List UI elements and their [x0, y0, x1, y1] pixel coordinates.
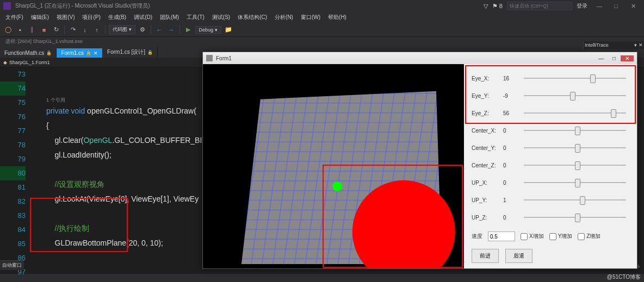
- class-name: SharpGL_1.Form1: [9, 60, 50, 65]
- auto-window-tab[interactable]: 自动窗口: [0, 260, 24, 270]
- slider-thumb[interactable]: [570, 92, 575, 101]
- form1-window: Form1 — □ ✕ Eye_X:16Eye_Y:-9Eye_Z:56Cent…: [202, 52, 637, 269]
- tool-icon[interactable]: ⚙: [138, 25, 147, 35]
- menu-project[interactable]: 项目(P): [79, 12, 103, 22]
- slider-thumb[interactable]: [590, 74, 596, 83]
- nav-back-icon[interactable]: ◯: [3, 25, 13, 35]
- slider-thumb[interactable]: [580, 196, 585, 205]
- backward-button[interactable]: 后退: [505, 249, 532, 263]
- lock-icon: 🔒: [46, 51, 52, 55]
- slider-label: UP_X:: [472, 180, 499, 186]
- slider-upx: UP_X:0: [472, 174, 629, 191]
- line-gutter: 73 74 75 76 77 78 79 80 81 82 83 84 85 8…: [0, 67, 30, 274]
- lock-icon: 🔒: [86, 51, 91, 55]
- menu-build[interactable]: 生成(B): [105, 12, 129, 22]
- slider-value: 0: [503, 180, 516, 186]
- slider-track[interactable]: [524, 147, 626, 148]
- slider-upz: UP_Z:0: [472, 209, 629, 226]
- watermark: @51CTO博客: [607, 273, 641, 281]
- login-link[interactable]: 登录: [577, 2, 587, 10]
- slider-value: 0: [503, 145, 516, 151]
- menu-view[interactable]: 视图(V): [53, 12, 78, 22]
- quick-launch-input[interactable]: [507, 2, 572, 10]
- menu-edit[interactable]: 编辑(E): [28, 12, 52, 22]
- slider-track[interactable]: [524, 217, 626, 218]
- codemap-dropdown[interactable]: 代码图 ▾: [109, 25, 135, 34]
- flag-icon[interactable]: ⚑ 8: [492, 3, 503, 10]
- slider-track[interactable]: [524, 199, 626, 200]
- menu-debug[interactable]: 调试(D): [131, 12, 156, 22]
- menu-team[interactable]: 团队(M): [157, 12, 182, 22]
- speed-input[interactable]: [488, 231, 515, 241]
- tab-functionmath[interactable]: FunctionMath.cs 🔒: [0, 48, 57, 58]
- maximize-button[interactable]: □: [609, 3, 624, 9]
- step-over-icon[interactable]: ↷: [68, 25, 78, 35]
- check-y[interactable]: Y增加: [549, 233, 573, 240]
- annotation-box: [323, 165, 463, 268]
- stop-icon[interactable]: ■: [39, 25, 49, 35]
- slider-label: UP_Y:: [472, 197, 499, 203]
- config-dropdown[interactable]: Debug ▾: [195, 26, 221, 34]
- process-line: 进程: [2604] SharpGL_1.vshost.exe: [0, 37, 644, 47]
- slider-track[interactable]: [524, 165, 626, 166]
- pause-icon[interactable]: ∥: [27, 25, 37, 35]
- slider-label: Center_X:: [472, 128, 499, 134]
- forward-button[interactable]: 前进: [472, 249, 499, 263]
- form1-close[interactable]: ✕: [621, 55, 634, 61]
- arrow-left-icon[interactable]: ←: [154, 25, 164, 35]
- close-icon[interactable]: ✕: [94, 51, 98, 56]
- menu-analyze[interactable]: 分析(N): [271, 12, 296, 22]
- notification-icon[interactable]: ▽: [484, 3, 488, 10]
- slider-thumb[interactable]: [575, 127, 580, 135]
- minimize-button[interactable]: —: [592, 3, 607, 9]
- form1-maximize[interactable]: □: [608, 55, 621, 61]
- titlebar: SharpGL_1 (正在运行) - Microsoft Visual Stud…: [0, 0, 644, 12]
- slider-track[interactable]: [524, 95, 626, 96]
- annotation-box: [465, 65, 636, 124]
- step-out-icon[interactable]: ↑: [92, 25, 102, 35]
- slider-thumb[interactable]: [575, 214, 580, 222]
- slider-value: 0: [503, 215, 516, 221]
- nav-fwd-icon[interactable]: •: [15, 25, 25, 35]
- check-x[interactable]: X增加: [521, 233, 544, 240]
- form-icon: [206, 55, 213, 61]
- speed-label: 速度: [472, 233, 482, 240]
- slider-track[interactable]: [524, 78, 626, 79]
- close-button[interactable]: ✕: [626, 3, 641, 10]
- slider-label: UP_Z:: [472, 215, 499, 221]
- menu-test[interactable]: 测试(S): [209, 12, 233, 22]
- slider-label: Center_Z:: [472, 162, 499, 168]
- slider-thumb[interactable]: [575, 161, 580, 170]
- menu-help[interactable]: 帮助(H): [325, 12, 350, 22]
- form1-minimize[interactable]: —: [595, 55, 608, 61]
- slider-track[interactable]: [524, 130, 626, 131]
- slider-thumb[interactable]: [611, 109, 616, 118]
- tool2-icon[interactable]: 📁: [224, 25, 233, 35]
- control-panel: Eye_X:16Eye_Y:-9Eye_Z:56Center_X:0Center…: [464, 64, 637, 268]
- opengl-canvas[interactable]: [203, 64, 464, 268]
- check-z[interactable]: Z增加: [578, 233, 600, 240]
- slider-track[interactable]: [524, 112, 626, 114]
- annotation-box: [30, 198, 128, 252]
- menu-arch[interactable]: 体系结构(C): [234, 12, 270, 22]
- slider-upy: UP_Y:1: [472, 191, 629, 209]
- menubar: 文件(F) 编辑(E) 视图(V) 项目(P) 生成(B) 调试(D) 团队(M…: [0, 12, 644, 23]
- form1-titlebar[interactable]: Form1 — □ ✕: [203, 52, 637, 64]
- intellitrace-pane[interactable]: IntelliTrace ▾ ✕: [583, 41, 644, 49]
- form1-title-text: Form1: [216, 55, 232, 61]
- step-into-icon[interactable]: ↓: [80, 25, 90, 35]
- tab-form1-cs[interactable]: Form1.cs 🔒 ✕: [57, 48, 103, 58]
- arrow-right-icon[interactable]: →: [166, 25, 176, 35]
- class-icon: ◆: [3, 60, 7, 65]
- slider-centerz: Center_Z:0: [472, 156, 629, 174]
- slider-track[interactable]: [524, 182, 626, 183]
- menu-file[interactable]: 文件(F): [2, 12, 27, 22]
- play-icon[interactable]: ▶: [183, 25, 193, 35]
- restart-icon[interactable]: ↻: [51, 25, 61, 35]
- slider-thumb[interactable]: [575, 179, 580, 187]
- tab-form1-design[interactable]: Form1.cs [设计] 🔒: [103, 47, 158, 58]
- menu-tools[interactable]: 工具(T): [183, 12, 208, 22]
- menu-window[interactable]: 窗口(W): [298, 12, 324, 22]
- slider-centery: Center_Y:0: [472, 139, 629, 156]
- slider-thumb[interactable]: [575, 144, 580, 153]
